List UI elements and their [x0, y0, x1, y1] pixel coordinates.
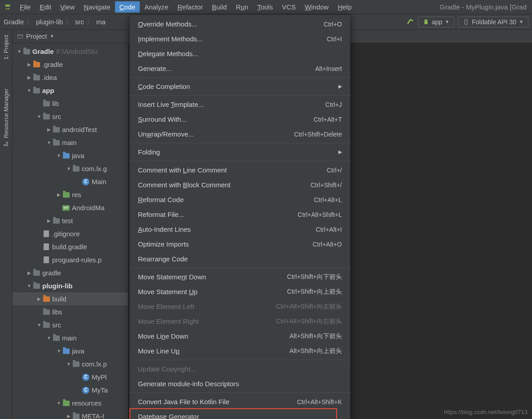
- tree-node[interactable]: proguard-rules.p: [13, 253, 128, 266]
- menu-item[interactable]: Generate module-info Descriptors: [130, 376, 350, 391]
- tree-node[interactable]: build.gradle: [13, 240, 128, 253]
- tree-twisty-icon[interactable]: ▶: [26, 270, 32, 275]
- breadcrumb-item[interactable]: Gradle: [4, 18, 24, 26]
- menu-window[interactable]: Window: [300, 1, 333, 13]
- menu-item[interactable]: Move Line DownAlt+Shift+向下箭头: [130, 329, 350, 344]
- menu-vcs[interactable]: VCS: [277, 1, 300, 13]
- tree-twisty-icon[interactable]: ▶: [26, 75, 32, 80]
- tree-node[interactable]: ▼app: [13, 84, 128, 97]
- gutter-tab-project[interactable]: 1: Project: [2, 32, 10, 62]
- tree-node[interactable]: ▼com.lx.g: [13, 162, 128, 175]
- menu-code[interactable]: Code: [115, 1, 140, 13]
- menu-item[interactable]: Move Statement DownCtrl+Shift+向下箭头: [130, 269, 350, 284]
- tree-node[interactable]: ▼com.lx.p: [13, 357, 128, 370]
- project-panel-header[interactable]: Project ▼: [13, 30, 128, 43]
- folder-icon: [52, 126, 60, 134]
- menu-item[interactable]: Move Statement UpCtrl+Shift+向上箭头: [130, 284, 350, 299]
- menu-item[interactable]: Insert Live Template...Ctrl+J: [130, 97, 350, 112]
- breadcrumbs[interactable]: Gradle〉plugin-lib〉src〉ma: [4, 18, 106, 26]
- tree-node[interactable]: ▶META-I: [13, 410, 128, 419]
- tree-twisty-icon[interactable]: ▼: [56, 348, 62, 353]
- menu-item[interactable]: Rearrange Code: [130, 251, 350, 266]
- menu-item[interactable]: Optimize ImportsCtrl+Alt+O: [130, 237, 350, 251]
- tree-node[interactable]: ▶res: [13, 188, 128, 201]
- tree-twisty-icon[interactable]: ▼: [36, 322, 42, 327]
- menu-help[interactable]: Help: [333, 1, 356, 13]
- menu-run[interactable]: Run: [231, 1, 253, 13]
- build-icon[interactable]: [406, 18, 414, 26]
- menu-item[interactable]: Comment with Block CommentCtrl+Shift+/: [130, 177, 350, 192]
- menu-analyze[interactable]: Analyze: [140, 1, 173, 13]
- menu-refactor[interactable]: Refactor: [173, 1, 208, 13]
- breadcrumb-item[interactable]: src: [75, 18, 84, 26]
- tree-twisty-icon[interactable]: ▶: [56, 192, 62, 197]
- menu-item[interactable]: Convert Java File to Kotlin FileCtrl+Alt…: [130, 394, 350, 409]
- tree-node[interactable]: CMyPl: [13, 370, 128, 384]
- tree-node[interactable]: ▼resources: [13, 397, 128, 410]
- menu-item[interactable]: Unwrap/Remove...Ctrl+Shift+Delete: [130, 127, 350, 141]
- tree-twisty-icon[interactable]: ▶: [36, 296, 42, 301]
- tree-node[interactable]: ▼java: [13, 344, 128, 357]
- tree-twisty-icon[interactable]: ▼: [26, 88, 32, 93]
- breadcrumb-item[interactable]: ma: [96, 18, 106, 26]
- tree-node[interactable]: ▶androidTest: [13, 123, 128, 136]
- tree-node[interactable]: ▼src: [13, 318, 128, 331]
- menu-navigate[interactable]: Navigate: [79, 1, 115, 13]
- menu-edit[interactable]: Edit: [35, 1, 56, 13]
- tree-twisty-icon[interactable]: ▼: [26, 283, 32, 288]
- tree-node[interactable]: ▼main: [13, 136, 128, 149]
- run-configuration-selector[interactable]: app ▼: [418, 17, 454, 27]
- tree-node[interactable]: ▶gradle: [13, 266, 128, 279]
- tree-twisty-icon[interactable]: ▼: [46, 335, 52, 340]
- tree-twisty-icon[interactable]: ▶: [66, 414, 72, 419]
- menu-file[interactable]: File: [15, 1, 35, 13]
- tree-node[interactable]: lib: [13, 97, 128, 110]
- menu-item[interactable]: Move Line UpAlt+Shift+向上箭头: [130, 344, 350, 358]
- menu-item[interactable]: Surround With...Ctrl+Alt+T: [130, 112, 350, 127]
- device-selector[interactable]: Foldable API 30 ▼: [458, 17, 528, 27]
- menu-item[interactable]: Delegate Methods...: [130, 46, 350, 61]
- menu-tools[interactable]: Tools: [253, 1, 277, 13]
- tree-node[interactable]: MFAndroidMa: [13, 201, 128, 214]
- menu-view[interactable]: View: [56, 1, 79, 13]
- tree-twisty-icon[interactable]: ▼: [56, 401, 62, 406]
- tree-twisty-icon[interactable]: ▶: [46, 218, 52, 223]
- menu-item[interactable]: Override Methods...Ctrl+O: [130, 17, 350, 31]
- tree-twisty-icon[interactable]: ▼: [66, 166, 72, 171]
- menu-build[interactable]: Build: [207, 1, 231, 13]
- tree-node[interactable]: ▼src: [13, 110, 128, 123]
- tree-node[interactable]: ▼main: [13, 331, 128, 344]
- tree-twisty-icon[interactable]: ▼: [46, 140, 52, 145]
- menu-item[interactable]: Implement Methods...Ctrl+I: [130, 31, 350, 46]
- tree-node[interactable]: .gitignore: [13, 227, 128, 240]
- tree-node[interactable]: ▶.gradle: [13, 58, 128, 71]
- gutter-tab-resource-manager[interactable]: Resource Manager: [2, 86, 10, 150]
- chevron-down-icon[interactable]: ▼: [50, 34, 54, 39]
- tree-node[interactable]: ▶.idea: [13, 71, 128, 84]
- tree-twisty-icon[interactable]: ▶: [26, 62, 32, 67]
- tree-node[interactable]: ▼java: [13, 149, 128, 162]
- menu-item[interactable]: Reformat File...Ctrl+Alt+Shift+L: [130, 207, 350, 222]
- menu-item[interactable]: Comment with Line CommentCtrl+/: [130, 163, 350, 177]
- menu-item[interactable]: Datebase Generator: [130, 409, 350, 419]
- tree-node[interactable]: ▼plugin-lib: [13, 279, 128, 292]
- menu-shortcut: Ctrl+Alt+T: [314, 116, 342, 123]
- breadcrumb-item[interactable]: plugin-lib: [36, 18, 63, 26]
- tree-node[interactable]: ▶build: [13, 292, 128, 305]
- tree-node[interactable]: CMyTa: [13, 384, 128, 397]
- menu-item[interactable]: Folding▶: [130, 145, 350, 159]
- tree-node[interactable]: ▶test: [13, 214, 128, 227]
- tree-node[interactable]: ▼GradleF:\AndroidStu: [13, 45, 128, 58]
- tree-twisty-icon[interactable]: ▼: [56, 153, 62, 158]
- tree-twisty-icon[interactable]: ▼: [16, 49, 22, 54]
- menu-item[interactable]: Auto-Indent LinesCtrl+Alt+I: [130, 222, 350, 237]
- tree-twisty-icon[interactable]: ▶: [46, 127, 52, 132]
- menu-item[interactable]: Code Completion▶: [130, 79, 350, 94]
- tree-node[interactable]: libs: [13, 305, 128, 318]
- project-tree[interactable]: ▼GradleF:\AndroidStu▶.gradle▶.idea▼appli…: [13, 43, 128, 419]
- tree-node[interactable]: CMain: [13, 175, 128, 188]
- tree-twisty-icon[interactable]: ▼: [36, 114, 42, 119]
- tree-twisty-icon[interactable]: ▼: [66, 362, 72, 366]
- menu-item[interactable]: Reformat CodeCtrl+Alt+L: [130, 192, 350, 207]
- menu-item[interactable]: Generate...Alt+Insert: [130, 61, 350, 76]
